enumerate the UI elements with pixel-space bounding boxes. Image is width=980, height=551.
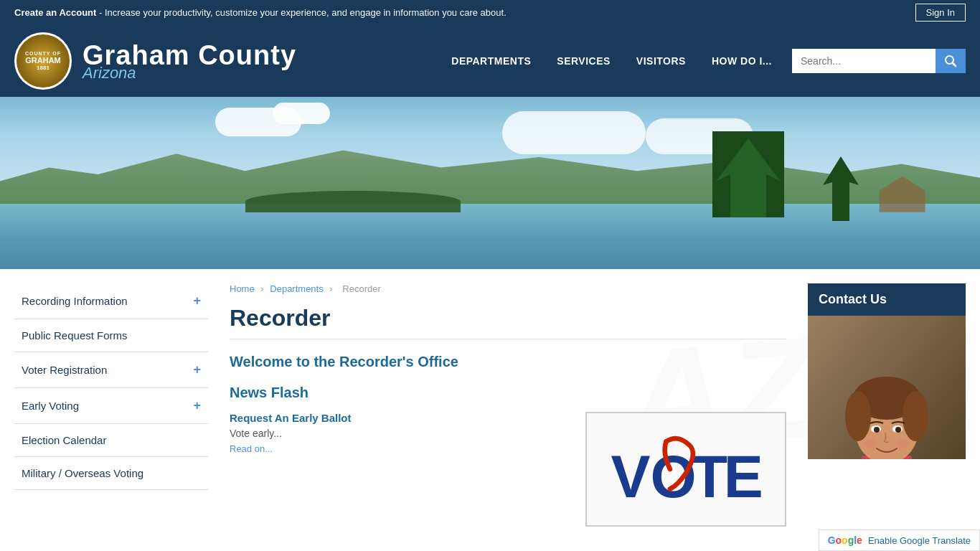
expand-icon: + bbox=[193, 398, 201, 413]
content-right: V O T E bbox=[585, 412, 786, 527]
contact-photo bbox=[808, 316, 966, 459]
page-title: Recorder bbox=[230, 305, 786, 339]
enable-translate-button[interactable]: Enable Google Translate bbox=[868, 535, 971, 542]
main-navigation: DEPARTMENTS SERVICES VISITORS HOW DO I..… bbox=[438, 48, 966, 74]
translate-bar: Google Enable Google Translate bbox=[819, 529, 980, 541]
contact-us-title: Contact Us bbox=[808, 283, 966, 316]
svg-marker-4 bbox=[823, 156, 859, 221]
sidebar-item-early-voting[interactable]: Early Voting + bbox=[14, 388, 208, 424]
trees-right bbox=[712, 131, 784, 217]
svg-line-1 bbox=[953, 63, 956, 67]
news-item: Request An Early Ballot Vote early... Re… bbox=[230, 412, 571, 454]
sidebar-item-public-request-forms[interactable]: Public Request Forms bbox=[14, 319, 208, 352]
cloud-2 bbox=[273, 103, 330, 124]
banner-description: - Increase your productivity, customize … bbox=[99, 7, 507, 18]
svg-point-22 bbox=[895, 427, 901, 433]
site-header: COUNTY OF GRAHAM 1881 Graham County Ariz… bbox=[0, 25, 980, 97]
svg-point-21 bbox=[874, 427, 880, 433]
cloud-3 bbox=[502, 111, 646, 154]
svg-text:V: V bbox=[611, 443, 651, 509]
svg-marker-3 bbox=[716, 138, 781, 217]
svg-text:T: T bbox=[692, 443, 727, 509]
right-sidebar: Contact Us bbox=[808, 283, 966, 527]
site-logo-link[interactable]: COUNTY OF GRAHAM 1881 Graham County Ariz… bbox=[14, 32, 296, 90]
breadcrumb: Home › Departments › Recorder bbox=[230, 283, 786, 294]
sidebar: Recording Information + Public Request F… bbox=[14, 283, 208, 527]
svg-text:O: O bbox=[651, 443, 697, 509]
news-item-text: Vote early... bbox=[230, 428, 571, 439]
breadcrumb-sep-1: › bbox=[260, 283, 263, 294]
top-banner: Create an Account - Increase your produc… bbox=[0, 0, 980, 25]
nav-how-do-i[interactable]: HOW DO I... bbox=[699, 48, 785, 74]
content-area: Recording Information + Public Request F… bbox=[0, 269, 980, 541]
search-area bbox=[792, 49, 966, 73]
news-flash-heading: News Flash bbox=[230, 385, 786, 401]
content-columns: Request An Early Ballot Vote early... Re… bbox=[230, 412, 786, 527]
breadcrumb-sep-2: › bbox=[329, 283, 332, 294]
vote-graphic: V O T E bbox=[600, 430, 772, 509]
sidebar-item-label: Early Voting bbox=[22, 400, 79, 412]
vote-svg: V O T E bbox=[600, 430, 772, 509]
nav-services[interactable]: SERVICES bbox=[544, 48, 623, 74]
sidebar-item-label: Voter Registration bbox=[22, 364, 107, 376]
search-icon bbox=[944, 55, 957, 67]
logo-year: 1881 bbox=[37, 65, 50, 71]
hero-image bbox=[0, 97, 980, 269]
breadcrumb-current: Recorder bbox=[342, 283, 380, 294]
main-content: Home › Departments › Recorder AZ Recorde… bbox=[222, 283, 793, 527]
banner-message: Create an Account - Increase your produc… bbox=[14, 7, 915, 18]
expand-icon: + bbox=[193, 362, 201, 377]
svg-point-23 bbox=[864, 439, 878, 448]
search-button[interactable] bbox=[936, 49, 966, 73]
vote-box: V O T E bbox=[585, 412, 786, 527]
vegetation-1 bbox=[245, 191, 461, 212]
site-title: Graham County Arizona bbox=[83, 42, 296, 81]
logo-graham-text: GRAHAM bbox=[25, 56, 61, 65]
nav-visitors[interactable]: VISITORS bbox=[623, 48, 699, 74]
logo-inner: COUNTY OF GRAHAM 1881 bbox=[17, 34, 70, 88]
sidebar-item-recording-information[interactable]: Recording Information + bbox=[14, 283, 208, 319]
sidebar-item-military-overseas[interactable]: Military / Overseas Voting bbox=[14, 457, 208, 490]
sidebar-item-label: Election Calendar bbox=[22, 434, 106, 446]
expand-icon: + bbox=[193, 293, 201, 309]
svg-point-17 bbox=[845, 391, 871, 441]
svg-text:E: E bbox=[724, 443, 763, 509]
sidebar-item-label: Recording Information bbox=[22, 295, 128, 307]
news-item-title: Request An Early Ballot bbox=[230, 412, 571, 424]
logo-county-text: COUNTY OF bbox=[25, 51, 61, 56]
sidebar-item-voter-registration[interactable]: Voter Registration + bbox=[14, 352, 208, 388]
news-item-read-more[interactable]: Read on... bbox=[230, 443, 273, 454]
create-account-link[interactable]: Create an Account bbox=[14, 7, 96, 18]
svg-point-18 bbox=[903, 391, 928, 441]
site-title-sub: Arizona bbox=[83, 65, 296, 81]
breadcrumb-home[interactable]: Home bbox=[230, 283, 255, 294]
sidebar-item-label: Public Request Forms bbox=[22, 329, 128, 342]
contact-person-photo bbox=[808, 316, 966, 459]
content-left: Request An Early Ballot Vote early... Re… bbox=[230, 412, 571, 527]
search-input[interactable] bbox=[792, 50, 936, 72]
sign-in-button[interactable]: Sign In bbox=[915, 4, 966, 22]
welcome-heading: Welcome to the Recorder's Office bbox=[230, 354, 786, 370]
breadcrumb-departments[interactable]: Departments bbox=[270, 283, 323, 294]
sidebar-item-election-calendar[interactable]: Election Calendar bbox=[14, 424, 208, 457]
nav-departments[interactable]: DEPARTMENTS bbox=[438, 48, 544, 74]
sidebar-item-label: Military / Overseas Voting bbox=[22, 467, 143, 479]
trees-right-2 bbox=[819, 156, 862, 221]
svg-point-24 bbox=[895, 439, 910, 448]
logo-circle: COUNTY OF GRAHAM 1881 bbox=[14, 32, 72, 90]
google-logo: Google bbox=[828, 534, 862, 541]
